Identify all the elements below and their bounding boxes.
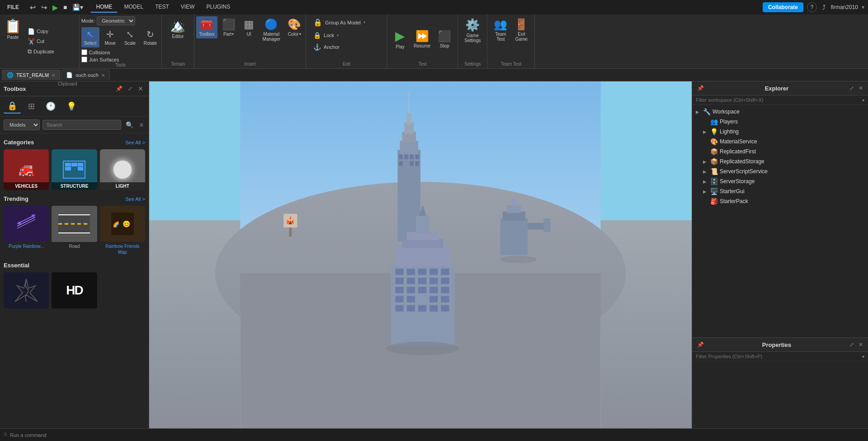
properties-pin-button[interactable]: 📌: [696, 341, 705, 349]
collisions-checkbox[interactable]: [81, 49, 87, 55]
tree-item-lighting[interactable]: ▶ 💡 Lighting: [692, 127, 868, 137]
categories-see-all[interactable]: See All >: [125, 140, 145, 145]
copy-button[interactable]: 📄 Copy: [26, 27, 56, 36]
search-icon-button[interactable]: 🔍: [124, 120, 135, 129]
toolbox-close-button[interactable]: ✕: [136, 84, 145, 93]
share-button[interactable]: ⤴: [821, 3, 827, 12]
toolbox-tab-lock[interactable]: 🔒: [4, 99, 21, 114]
tree-item-materialservice[interactable]: 🎨 MaterialService: [692, 137, 868, 147]
tree-item-starterpack[interactable]: 🎒 StarterPack: [692, 196, 868, 206]
toolbox-tab-bulb[interactable]: 💡: [63, 100, 80, 113]
tab-test[interactable]: TEST: [150, 2, 175, 13]
tree-item-players[interactable]: 👥 Players: [692, 117, 868, 127]
toolbox-button[interactable]: 🧰 Toolbox: [196, 16, 217, 38]
terrain-editor-button[interactable]: 🏔️ Editor: [165, 16, 190, 41]
properties-filter-dropdown[interactable]: ▾: [862, 354, 864, 359]
ui-button[interactable]: ▦ UI: [240, 16, 258, 38]
cut-button[interactable]: ✂️ Cut: [26, 37, 56, 46]
properties-close-button[interactable]: ✕: [857, 341, 864, 349]
help-button[interactable]: ?: [807, 2, 817, 12]
select-button[interactable]: ↖ Select: [81, 27, 99, 47]
redo-button[interactable]: ↪: [39, 2, 49, 13]
svg-rect-107: [407, 305, 415, 312]
duplicate-button[interactable]: ⧉ Duplicate: [26, 47, 56, 56]
username-dropdown[interactable]: ▾: [862, 4, 864, 10]
stop-button[interactable]: ⬛ Stop: [435, 28, 454, 50]
expand-serverscriptservice[interactable]: ▶: [703, 169, 708, 174]
explorer-close-button[interactable]: ✕: [857, 84, 864, 92]
trending-purple-rainbow[interactable]: Purple Rainbow...: [4, 206, 49, 256]
tab-model[interactable]: MODEL: [118, 2, 149, 13]
undo-button[interactable]: ↩: [28, 2, 38, 13]
tree-item-replicatedstorage[interactable]: ▶ 📦 ReplicatedStorage: [692, 156, 868, 166]
resume-button[interactable]: ⏩ Resume: [411, 28, 433, 50]
team-test-button[interactable]: 👥 Team Test: [491, 16, 510, 43]
anchor-button[interactable]: ⚓ Anchor: [310, 42, 383, 52]
mode-dropdown[interactable]: Geometric: [97, 16, 135, 25]
join-surfaces-checkbox[interactable]: [81, 57, 87, 62]
tab-plugins[interactable]: PLUGINS: [201, 2, 236, 13]
scale-button[interactable]: ⤡ Scale: [121, 27, 139, 47]
tree-item-serverscriptservice[interactable]: ▶ 📜 ServerScriptService: [692, 166, 868, 176]
trending-see-all[interactable]: See All >: [125, 196, 145, 202]
tree-item-startergui[interactable]: ▶ 🖥️ StarterGui: [692, 186, 868, 196]
toolbox-pin-button[interactable]: 📌: [114, 85, 124, 93]
game-settings-button[interactable]: ⚙️ Game Settings: [462, 16, 483, 45]
expand-serverstorage[interactable]: ▶: [703, 179, 708, 184]
models-dropdown[interactable]: Models: [4, 119, 40, 130]
essential-crack[interactable]: [4, 272, 49, 308]
group-as-model-button[interactable]: 🔒 Group As Model ▾: [310, 16, 383, 28]
username-label[interactable]: firman2010: [831, 4, 858, 10]
toolbox-popout-button[interactable]: ⤢: [126, 85, 134, 93]
tree-item-replicatedfirst[interactable]: 📦 ReplicatedFirst: [692, 147, 868, 156]
join-surfaces-checkbox-label[interactable]: Join Surfaces: [81, 57, 160, 62]
collaborate-button[interactable]: Collaborate: [763, 2, 803, 12]
stop-title-button[interactable]: ■: [61, 3, 69, 12]
filter-options-button[interactable]: ≡: [138, 120, 145, 129]
collisions-checkbox-label[interactable]: Collisions: [81, 49, 160, 55]
color-button[interactable]: 🎨 Color ▾: [285, 16, 304, 38]
essential-hd[interactable]: HD: [52, 272, 97, 308]
rotate-button[interactable]: ↻ Rotate: [141, 27, 160, 47]
save-dropdown-button[interactable]: 💾▾: [71, 3, 85, 12]
tab-ouch-ouch[interactable]: 📄 ouch ouch ✕: [61, 70, 110, 80]
tab-close-ouch[interactable]: ✕: [101, 73, 105, 78]
trending-rainbow-friends[interactable]: 🌈 😊 Rainbow Friends Map: [100, 206, 145, 256]
part-button[interactable]: ⬛ Part ▾: [219, 16, 238, 38]
exit-game-button[interactable]: 🚪 Exit Game: [512, 16, 531, 43]
tree-item-serverstorage[interactable]: ▶ 🗄️ ServerStorage: [692, 176, 868, 186]
move-button[interactable]: ✛ Move: [101, 27, 119, 47]
tab-test-realm[interactable]: 🌐 TEST_REALM ✕: [2, 70, 60, 80]
trending-road[interactable]: Road: [52, 206, 97, 256]
explorer-pin-button[interactable]: 📌: [696, 84, 705, 92]
explorer-popout-button[interactable]: ⤢: [848, 84, 855, 92]
category-vehicles[interactable]: 🚒 VEHICLES: [4, 149, 49, 190]
search-input[interactable]: [42, 120, 121, 130]
expand-lighting[interactable]: ▶: [703, 129, 708, 134]
lock-button[interactable]: 🔒 Lock ▾: [310, 30, 383, 40]
tab-close-test-realm[interactable]: ✕: [52, 73, 55, 78]
file-menu[interactable]: FILE: [4, 2, 23, 12]
toolbox-tab-clock[interactable]: 🕐: [42, 100, 59, 113]
status-command-text[interactable]: Run a command: [10, 432, 47, 438]
play-button[interactable]: ▶ Play: [391, 27, 409, 51]
tab-view[interactable]: VIEW: [175, 2, 200, 13]
category-light[interactable]: LIGHT: [100, 149, 145, 190]
explorer-filter-dropdown[interactable]: ▾: [862, 98, 864, 103]
expand-replicatedstorage[interactable]: ▶: [703, 159, 708, 164]
toolbox-tab-grid[interactable]: ⊞: [24, 100, 38, 113]
viewport[interactable]: 🎪: [149, 81, 692, 428]
category-structure[interactable]: STRUCTURE: [52, 149, 97, 190]
properties-filter-input[interactable]: [696, 354, 860, 359]
tree-item-workspace[interactable]: ▶ 🔧 Workspace: [692, 107, 868, 117]
material-manager-button[interactable]: 🔵 Material Manager: [260, 16, 283, 43]
tab-home[interactable]: HOME: [90, 2, 118, 13]
tabs-bar: 🌐 TEST_REALM ✕ 📄 ouch ouch ✕: [0, 69, 868, 81]
expand-workspace[interactable]: ▶: [696, 109, 701, 114]
play-title-button[interactable]: ▶: [51, 2, 60, 13]
tab-icon-test-realm: 🌐: [7, 72, 14, 78]
expand-startergui[interactable]: ▶: [703, 189, 708, 194]
properties-popout-button[interactable]: ⤢: [848, 341, 855, 349]
explorer-filter-input[interactable]: [696, 97, 860, 103]
paste-button[interactable]: 📋 Paste: [2, 16, 24, 66]
